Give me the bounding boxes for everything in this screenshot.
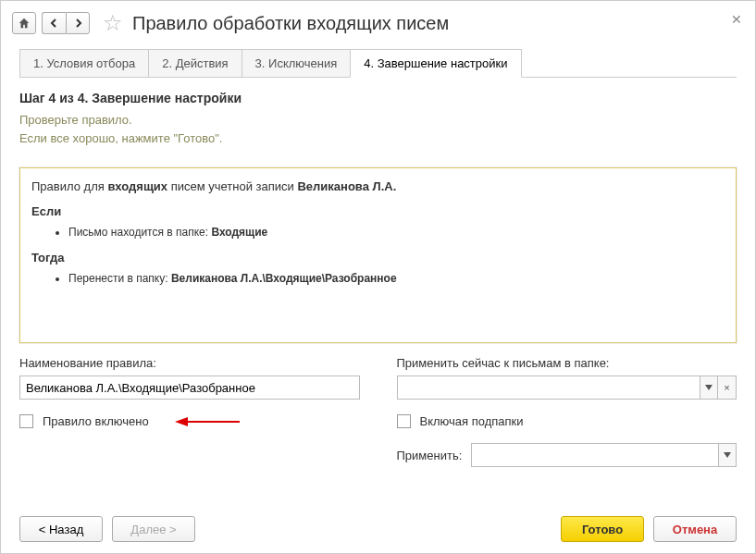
summary-if-label: Если <box>31 203 725 222</box>
window-title: Правило обработки входящих писем <box>132 13 449 34</box>
next-button: Далее > <box>112 516 195 542</box>
include-subfolders-label: Включая подпапки <box>420 414 524 428</box>
summary-line1: Правило для входящих писем учетной запис… <box>31 178 725 197</box>
tab-finish[interactable]: 4. Завершение настройки <box>350 49 521 78</box>
include-subfolders-row: Включая подпапки <box>397 414 737 428</box>
rule-name-input[interactable] <box>19 375 360 400</box>
dropdown-button[interactable] <box>700 375 718 400</box>
red-arrow-icon <box>175 415 240 428</box>
rule-enabled-label: Правило включено <box>43 414 149 428</box>
content-area: 1. Условия отбора 2. Действия 3. Исключе… <box>1 49 755 486</box>
back-button[interactable]: < Назад <box>19 516 103 542</box>
apply-folder-input[interactable] <box>397 375 700 400</box>
clear-button[interactable]: × <box>718 375 737 400</box>
apply-folder-label: Применить сейчас к письмам в папке: <box>397 356 737 370</box>
footer-right: Готово Отмена <box>561 516 737 542</box>
chevron-down-icon <box>724 452 731 458</box>
chevron-down-icon <box>705 385 713 390</box>
tabs: 1. Условия отбора 2. Действия 3. Исключе… <box>19 49 737 78</box>
apply-select-row: Применить: <box>397 443 737 467</box>
summary-then-list: Перенести в папку: Великанова Л.А.\Входя… <box>31 270 725 288</box>
apply-dropdown-button[interactable] <box>718 443 737 467</box>
tab-conditions[interactable]: 1. Условия отбора <box>19 49 149 77</box>
back-nav-button[interactable] <box>42 12 66 34</box>
favorite-star-icon[interactable]: ☆ <box>103 10 123 36</box>
done-button[interactable]: Готово <box>561 516 644 542</box>
rule-summary-box: Правило для входящих писем учетной запис… <box>19 167 737 343</box>
form-col-left: Наименование правила: Правило включено <box>19 356 360 428</box>
close-button[interactable]: ✕ <box>731 12 742 27</box>
step-desc-line1: Проверьте правило. <box>19 113 132 127</box>
form-col-right: Применить сейчас к письмам в папке: × Вк… <box>397 356 737 467</box>
home-button[interactable] <box>12 12 36 34</box>
include-subfolders-checkbox[interactable] <box>397 414 411 428</box>
step-description: Проверьте правило. Если все хорошо, нажм… <box>19 111 737 147</box>
cancel-button[interactable]: Отмена <box>653 516 737 542</box>
apply-select-input[interactable] <box>471 443 718 467</box>
apply-folder-combo: × <box>397 375 737 400</box>
clear-x-icon: × <box>724 382 729 393</box>
summary-if-list: Письмо находится в папке: Входящие <box>31 224 725 241</box>
step-header: Шаг 4 из 4. Завершение настройки <box>19 91 737 105</box>
apply-select-combo <box>471 443 737 467</box>
step-desc-line2: Если все хорошо, нажмите "Готово". <box>19 131 222 145</box>
footer: < Назад Далее > Готово Отмена <box>19 516 737 542</box>
summary-then-label: Тогда <box>31 249 725 268</box>
forward-nav-button[interactable] <box>66 12 90 34</box>
summary-then-item: Перенести в папку: Великанова Л.А.\Входя… <box>68 270 725 288</box>
apply-select-label: Применить: <box>397 449 463 462</box>
tab-exceptions[interactable]: 3. Исключения <box>242 49 352 77</box>
nav-buttons <box>12 12 90 34</box>
rule-name-label: Наименование правила: <box>19 356 360 370</box>
footer-left: < Назад Далее > <box>19 516 195 542</box>
titlebar: ☆ Правило обработки входящих писем ✕ <box>1 1 755 45</box>
dialog-window: ☆ Правило обработки входящих писем ✕ 1. … <box>0 0 756 554</box>
summary-if-item: Письмо находится в папке: Входящие <box>68 224 725 241</box>
arrow-left-icon <box>49 18 60 29</box>
home-icon <box>18 17 31 30</box>
tab-actions[interactable]: 2. Действия <box>148 49 242 77</box>
rule-enabled-row: Правило включено <box>19 414 360 428</box>
rule-enabled-checkbox[interactable] <box>19 414 33 428</box>
form-row: Наименование правила: Правило включено П… <box>19 356 737 467</box>
arrow-right-icon <box>72 18 83 29</box>
svg-marker-1 <box>175 417 188 426</box>
